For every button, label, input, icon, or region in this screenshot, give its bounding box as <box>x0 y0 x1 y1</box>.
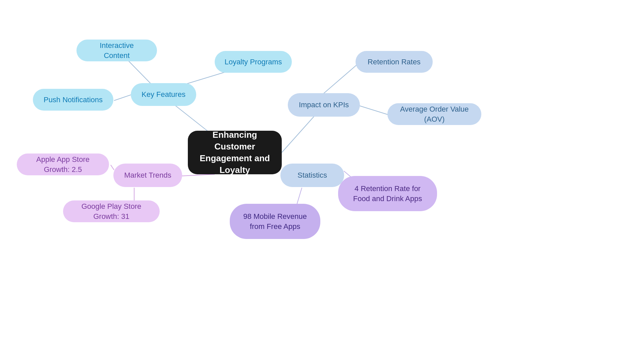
mobile-revenue-node: 98 Mobile Revenue from Free Apps <box>230 204 320 239</box>
center-label: Enhancing Customer Engagement and Loyalt… <box>197 129 272 176</box>
push-notifications-label: Push Notifications <box>44 95 103 105</box>
loyalty-programs-node: Loyalty Programs <box>215 51 292 73</box>
interactive-content-node: Interactive Content <box>76 40 157 61</box>
svg-line-12 <box>297 188 302 204</box>
apple-growth-node: Apple App Store Growth: 2.5 <box>17 154 109 175</box>
retention-food-label: 4 Retention Rate for Food and Drink Apps <box>347 184 428 203</box>
retention-rates-label: Retention Rates <box>368 57 421 67</box>
statistics-node: Statistics <box>280 164 344 187</box>
retention-rates-node: Retention Rates <box>356 51 433 73</box>
center-node: Enhancing Customer Engagement and Loyalt… <box>188 131 282 174</box>
impact-kpis-node: Impact on KPIs <box>288 93 360 117</box>
key-features-label: Key Features <box>142 89 185 100</box>
statistics-label: Statistics <box>298 170 327 180</box>
svg-line-5 <box>322 63 359 95</box>
avg-order-value-label: Average Order Value (AOV) <box>397 104 472 124</box>
svg-line-3 <box>114 95 131 101</box>
apple-growth-label: Apple App Store Growth: 2.5 <box>26 155 100 174</box>
market-trends-node: Market Trends <box>113 164 182 187</box>
push-notifications-node: Push Notifications <box>33 89 113 111</box>
loyalty-programs-label: Loyalty Programs <box>224 57 282 67</box>
retention-food-node: 4 Retention Rate for Food and Drink Apps <box>338 176 437 211</box>
impact-kpis-label: Impact on KPIs <box>299 100 349 110</box>
svg-line-6 <box>359 106 389 115</box>
market-trends-label: Market Trends <box>124 170 171 180</box>
mobile-revenue-label: 98 Mobile Revenue from Free Apps <box>239 211 311 231</box>
google-growth-label: Google Play Store Growth: 31 <box>72 201 150 221</box>
avg-order-value-node: Average Order Value (AOV) <box>387 103 481 125</box>
google-growth-node: Google Play Store Growth: 31 <box>63 200 160 222</box>
svg-line-8 <box>111 165 114 170</box>
key-features-node: Key Features <box>131 83 196 106</box>
interactive-content-label: Interactive Content <box>86 41 148 60</box>
